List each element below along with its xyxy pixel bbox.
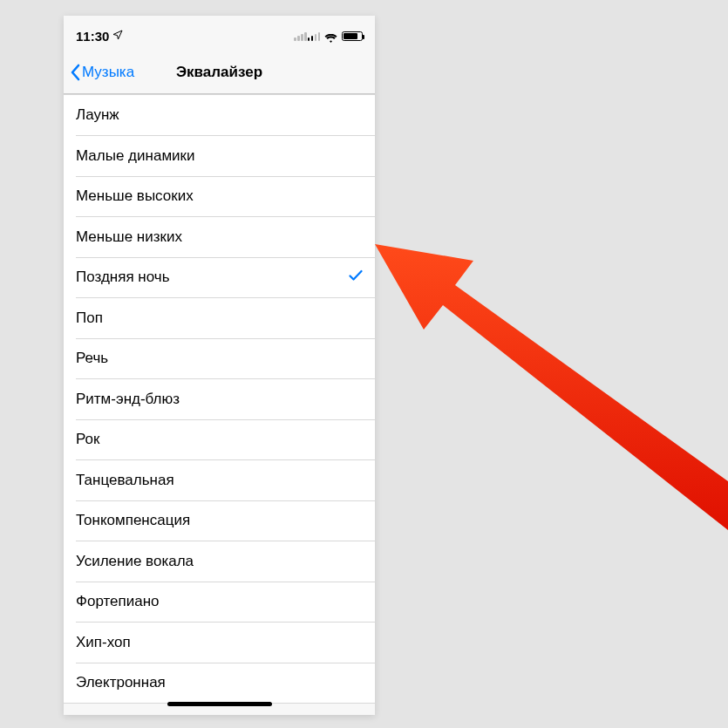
location-arrow-icon [112,30,123,43]
list-item-label: Лаунж [76,106,119,124]
list-item-label: Меньше высоких [76,187,194,205]
list-item[interactable]: Лаунж [64,95,375,136]
list-item-label: Фортепиано [76,593,160,610]
list-item-label: Ритм-энд-блюз [76,391,180,408]
list-item[interactable]: Меньше высоких [64,176,375,217]
nav-bar: Музыка Эквалайзер [64,51,375,94]
status-bar: 11:30 [64,16,375,51]
list-item[interactable]: Речь [64,338,375,379]
back-label: Музыка [82,64,134,81]
list-item-label: Малые динамики [76,147,195,165]
list-item-label: Рок [76,431,99,448]
home-indicator[interactable] [167,702,272,706]
list-item[interactable]: Усиление вокала [64,541,375,582]
list-item-label: Меньше низких [76,228,182,246]
list-item[interactable]: Хип-хоп [64,623,375,663]
list-item[interactable]: Тонкомпенсация [64,500,375,541]
list-item[interactable]: Фортепиано [64,582,375,623]
list-item-label: Усиление вокала [76,553,194,570]
back-button[interactable]: Музыка [64,64,134,81]
list-item-label: Электронная [76,674,166,691]
checkmark-icon [349,269,363,285]
list-item-label: Хип-хоп [76,634,131,651]
status-time: 11:30 [76,29,109,44]
list-item[interactable]: Электронная [64,663,375,704]
list-item[interactable]: Ритм-энд-блюз [64,379,375,420]
status-right [294,31,363,41]
list-item[interactable]: Танцевальная [64,460,375,501]
battery-icon [342,31,363,41]
list-item-label: Поздняя ночь [76,269,170,286]
list-item-label: Речь [76,350,108,367]
wifi-icon [324,31,337,41]
equalizer-list: ЛаунжМалые динамикиМеньше высокихМеньше … [64,94,375,704]
list-item[interactable]: Поздняя ночь [64,257,375,298]
list-item[interactable]: Поп [64,298,375,339]
list-item-label: Танцевальная [76,472,174,489]
phone-frame: 11:30 Музыка Эквалайзер ЛаунжМалые динам… [64,16,375,715]
signal-icon [294,31,320,41]
list-item[interactable]: Меньше низких [64,217,375,258]
chevron-left-icon [69,64,81,81]
list-item[interactable]: Малые динамики [64,136,375,177]
list-item[interactable]: Рок [64,419,375,460]
list-item-label: Поп [76,310,103,327]
svg-marker-0 [375,244,728,530]
status-left: 11:30 [76,29,123,44]
list-item-label: Тонкомпенсация [76,512,190,529]
